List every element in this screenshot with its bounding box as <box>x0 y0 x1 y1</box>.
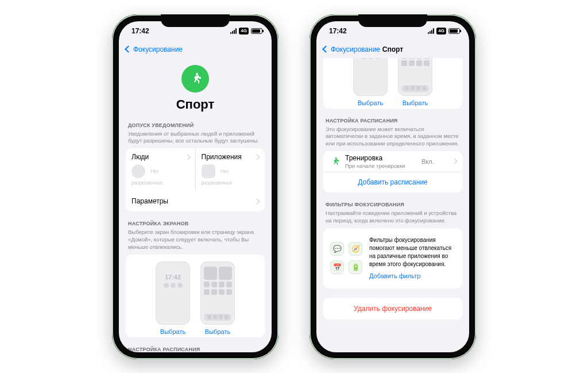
add-filter-button[interactable]: Добавить фильтр <box>369 272 455 280</box>
workout-sub: При начале тренировки <box>345 163 405 169</box>
battery-tile-icon: 🔋 <box>349 260 362 274</box>
battery-icon <box>251 28 262 34</box>
card-screens: 17:42 Выбрать Выбрать <box>126 255 265 337</box>
section-header-schedule: НАСТРОЙКА РАСПИСАНИЯ <box>128 347 262 352</box>
delete-focus-button[interactable]: Удалить фокусирование <box>323 298 462 320</box>
network-badge: 4G <box>436 28 446 34</box>
content: Спорт ДОПУСК УВЕДОМЛЕНИЙ Уведомления от … <box>119 58 272 352</box>
phone-left: 17:42 4G Фокусирование Спорт ДОПУСК УВЕД… <box>112 14 278 359</box>
signal-icon <box>428 28 434 34</box>
running-icon <box>181 65 209 93</box>
notch <box>358 14 427 27</box>
workout-icon <box>329 156 341 167</box>
nav-bar: Фокусирование <box>119 41 272 58</box>
options-row[interactable]: Параметры <box>126 191 265 212</box>
page-title: Спорт <box>126 97 265 112</box>
workout-state: Вкл. <box>421 158 434 165</box>
network-badge: 4G <box>239 28 249 34</box>
card-schedule: Тренировка При начале тренировки Вкл. До… <box>323 151 462 193</box>
apps-cell[interactable]: Приложения Нет разрешенных <box>196 148 265 191</box>
card-notifications: Люди Нет разрешенных Приложения <box>126 148 265 212</box>
select-home-button[interactable]: Выбрать <box>398 99 432 106</box>
select-lock-button[interactable]: Выбрать <box>156 328 190 335</box>
svg-point-0 <box>196 73 198 75</box>
app-placeholder-icon <box>202 164 215 178</box>
screen: 17:42 4G Фокусирование Спорт 17:42 <box>316 21 469 352</box>
chevron-right-icon <box>452 159 458 164</box>
status-right: 4G <box>428 28 460 34</box>
section-header-filters: ФИЛЬТРЫ ФОКУСИРОВАНИЯ <box>326 202 460 207</box>
battery-icon <box>448 28 460 34</box>
add-schedule-label: Добавить расписание <box>323 178 462 186</box>
lock-screen-preview[interactable]: 17:42 Выбрать <box>156 262 190 335</box>
phone-right: 17:42 4G Фокусирование Спорт 17:42 <box>310 14 476 359</box>
section-header-schedule: НАСТРОЙКА РАСПИСАНИЯ <box>326 118 460 124</box>
content: 17:42 Выбрать Выбрать <box>316 58 469 352</box>
section-header-notifications: ДОПУСК УВЕДОМЛЕНИЙ <box>128 122 262 128</box>
mini-lock-time: 17:42 <box>165 274 181 280</box>
apps-label: Приложения <box>202 153 242 161</box>
section-header-screens: НАСТРОЙКА ЭКРАНОВ <box>128 221 262 226</box>
messages-tile-icon: 💬 <box>330 242 344 256</box>
chevron-right-icon <box>254 154 260 160</box>
filter-tiles: 💬 🧭 📅 🔋 <box>330 242 362 274</box>
status-right: 4G <box>230 28 262 34</box>
back-button[interactable]: Фокусирование <box>331 45 380 53</box>
chevron-right-icon <box>254 198 260 204</box>
filters-desc: Фильтры фокусирования помогают меньше от… <box>369 237 451 267</box>
safari-tile-icon: 🧭 <box>349 242 362 256</box>
section-caption-schedule: Это фокусирование может включаться автом… <box>323 126 462 151</box>
people-cell[interactable]: Люди Нет разрешенных <box>126 148 196 191</box>
back-chevron-icon[interactable] <box>322 45 330 53</box>
status-time: 17:42 <box>329 27 347 35</box>
options-label: Параметры <box>131 197 168 205</box>
back-chevron-icon[interactable] <box>125 45 132 53</box>
section-caption-notifications: Уведомления от выбранных людей и приложе… <box>126 130 265 149</box>
select-lock-button[interactable]: Выбрать <box>353 99 388 106</box>
calendar-tile-icon: 📅 <box>330 260 344 274</box>
workout-row[interactable]: Тренировка При начале тренировки Вкл. <box>323 151 462 172</box>
card-delete: Удалить фокусирование <box>323 298 462 320</box>
notch <box>161 14 230 27</box>
status-time: 17:42 <box>131 27 149 35</box>
people-label: Люди <box>131 153 149 161</box>
add-schedule-button[interactable]: Добавить расписание <box>323 172 462 193</box>
hero: Спорт <box>126 58 265 122</box>
avatar-placeholder-icon <box>131 164 145 178</box>
lock-screen-preview[interactable]: 17:42 Выбрать <box>353 58 388 106</box>
section-caption-screens: Выберите экран блокировки или страницу э… <box>126 229 265 254</box>
section-caption-filters: Настраивайте поведение приложений и устр… <box>323 210 462 228</box>
nav-bar: Фокусирование Спорт <box>316 41 469 58</box>
workout-label: Тренировка <box>345 154 405 162</box>
home-screen-preview[interactable]: Выбрать <box>398 58 432 106</box>
screen: 17:42 4G Фокусирование Спорт ДОПУСК УВЕД… <box>119 21 272 352</box>
back-button[interactable]: Фокусирование <box>133 45 183 53</box>
signal-icon <box>230 28 237 34</box>
select-home-button[interactable]: Выбрать <box>200 328 235 335</box>
svg-point-1 <box>335 157 337 159</box>
card-filters: 💬 🧭 📅 🔋 Фильтры фокусирования помогают м… <box>323 228 462 289</box>
chevron-right-icon <box>184 154 190 160</box>
card-screens: 17:42 Выбрать Выбрать <box>323 58 462 109</box>
home-screen-preview[interactable]: Выбрать <box>200 262 235 335</box>
